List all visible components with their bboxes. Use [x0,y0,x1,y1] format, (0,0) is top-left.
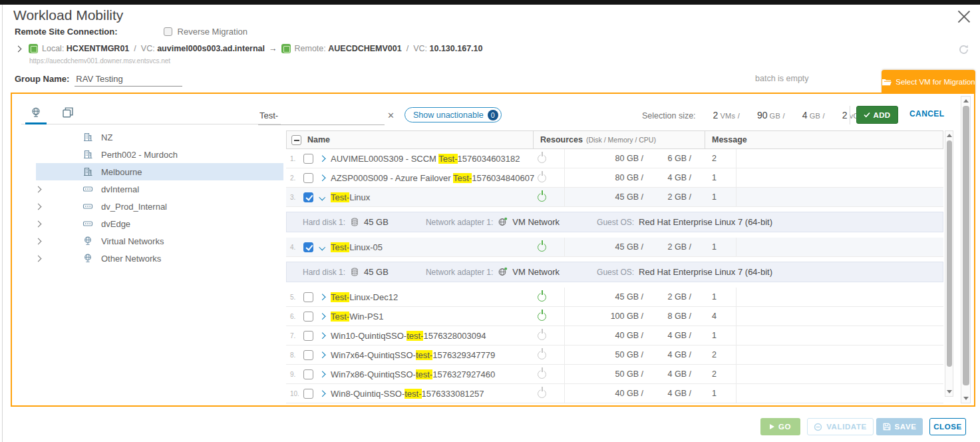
row-checkbox[interactable] [303,369,313,379]
row-checkbox[interactable] [303,192,313,202]
vm-name: Test-Linux-Dec12 [331,292,538,302]
network-adapter-label: Network adapter 1: [426,268,493,277]
vm-name-text: 1576329347779 [432,350,495,360]
vm-name-text: AUVIMEL000S309 - SCCM [331,154,438,164]
panel-scrollbar[interactable] [961,96,971,403]
add-button[interactable]: ADD [856,106,898,124]
validate-button[interactable]: VALIDATE [807,418,874,435]
expand-chevron-icon[interactable] [319,174,325,180]
scroll-up-icon[interactable] [963,99,969,103]
expand-chevron-icon[interactable] [319,390,325,396]
scroll-down-icon[interactable] [947,390,952,393]
tree-expand-chevron-icon[interactable] [35,238,42,244]
dvswitch-icon [82,218,93,229]
vm-name-highlight: test- [416,350,432,360]
table-header: Name Resources (Disk / Memory / CPU) Mes… [286,130,943,149]
sidebar-item-virtual-networks[interactable]: Virtual Networks [12,232,283,250]
check-icon [864,112,870,118]
scroll-down-icon[interactable] [963,397,969,400]
sidebar-item-dv-prod-internal[interactable]: dv_Prod_Internal [12,198,283,215]
expand-chevron-icon[interactable] [319,244,325,250]
tab-compute-view[interactable] [59,103,77,122]
tree-tab-bar [21,102,281,124]
close-icon[interactable] [958,9,970,21]
expand-chevron-icon[interactable] [319,294,325,300]
resources-cell: 45 GB /2 GB /1 [564,188,736,206]
table-row[interactable]: 8. Win7x64-QuintiqSSO-test-1576329347779… [286,345,943,365]
row-checkbox[interactable] [303,242,313,252]
save-button[interactable]: SAVE [876,418,923,435]
row-checkbox[interactable] [303,331,313,341]
hard-disk-icon [350,267,359,277]
vm-name-highlight: test- [416,369,432,379]
expand-chevron-icon[interactable] [319,194,325,200]
expand-chevron-icon[interactable] [319,351,325,357]
table-row[interactable]: 4. Test-Linux-05 45 GB /2 GB /1 [286,238,943,257]
local-label: Local: [42,44,64,53]
site-connection-row[interactable]: Local: HCXENTMGR01 / VC: auvimel000s003.… [16,44,482,53]
expand-chevron-icon[interactable] [319,332,325,338]
expand-chevron-icon[interactable] [319,313,325,319]
folder-icon [882,78,892,87]
cancel-button[interactable]: CANCEL [909,109,944,118]
workload-mobility-dialog: Workload Mobility Remote Site Connection… [0,0,980,442]
vm-name-text: Linux [349,192,370,202]
table-row[interactable]: 3. Test-Linux 45 GB /2 GB /1 [286,188,943,207]
sidebar-item-dvedge[interactable]: dvEdge [12,215,283,232]
refresh-icon[interactable] [958,44,969,55]
row-checkbox[interactable] [303,312,313,322]
row-checkbox[interactable] [303,173,313,183]
tab-networks-view[interactable] [27,103,45,122]
table-row[interactable]: 2. AZSP000S009 - Azure Failover Test-157… [286,168,943,188]
vm-detail-band: Hard disk 1: 45 GB Network adapter 1: VM… [286,262,943,282]
sidebar-item-other-networks[interactable]: Other Networks [12,250,283,267]
row-checkbox[interactable] [303,154,313,164]
table-row[interactable]: 9. Win7x86-QuintiqSSO-test-1576327927460… [286,365,943,384]
select-all-checkbox[interactable] [291,135,301,145]
sidebar-item-nz[interactable]: NZ [12,128,283,146]
close-button[interactable]: CLOSE [929,418,966,435]
table-scrollbar[interactable] [945,130,953,397]
show-unactionable-button[interactable]: Show unactionable 0 [405,107,502,122]
vc-label: VC: [413,44,427,53]
tree-expand-chevron-icon[interactable] [35,203,42,210]
scroll-up-icon[interactable] [947,134,952,137]
row-checkbox[interactable] [303,350,313,360]
row-number: 3. [286,194,303,201]
hard-disk-icon [350,217,359,227]
vm-search-input[interactable] [258,109,385,125]
scrollbar-thumb[interactable] [963,106,969,385]
table-row[interactable]: 10. Win8-Quintiq-SSO-test-1576333081257 … [286,384,943,403]
power-icon [538,193,546,202]
network-adapter-icon [498,217,508,227]
unactionable-count-badge: 0 [488,110,498,120]
tree-expand-chevron-icon[interactable] [35,255,42,262]
go-button[interactable]: GO [760,418,800,435]
table-row[interactable]: 6. Test-Win-PS1 100 GB /8 GB /4 [286,307,943,326]
dvswitch-icon [82,201,93,212]
reverse-migration-checkbox[interactable] [164,27,172,36]
vm-selection-panel: NZ Perth002 - Murdoch Melbourne dvIntern… [11,93,975,407]
connection-expand-chevron-icon[interactable] [15,45,22,52]
separator: / [407,44,408,53]
dialog-left-border [2,5,3,442]
sidebar-item-melbourne[interactable]: Melbourne [36,163,283,180]
table-row[interactable]: 5. Test-Linux-Dec12 45 GB /2 GB /1 [286,288,943,307]
expand-chevron-icon[interactable] [319,155,325,161]
row-checkbox[interactable] [303,292,313,302]
expand-chevron-icon[interactable] [319,371,325,377]
table-row[interactable]: 7. Win10-QuintiqSSO-test-1576328003094 4… [286,326,943,345]
select-vm-for-migration-tab[interactable]: Select VM for Migration [882,70,975,94]
vm-name: Test-Win-PS1 [331,312,538,322]
row-checkbox[interactable] [303,389,313,399]
group-name-input[interactable] [75,73,182,87]
tree-expand-chevron-icon[interactable] [35,186,42,192]
sidebar-item-dvinternal[interactable]: dvInternal [12,180,283,198]
local-site-name: HCXENTMGR01 [67,44,129,53]
table-row[interactable]: 1. AUVIMEL000S309 - SCCM Test-1576034603… [286,149,943,168]
resources-cell: 50 GB /4 GB /2 [564,345,736,364]
tree-expand-chevron-icon[interactable] [35,220,42,227]
sidebar-item-perth002[interactable]: Perth002 - Murdoch [12,146,283,163]
scrollbar-thumb[interactable] [947,140,952,367]
clear-search-icon[interactable]: ✕ [387,110,395,120]
